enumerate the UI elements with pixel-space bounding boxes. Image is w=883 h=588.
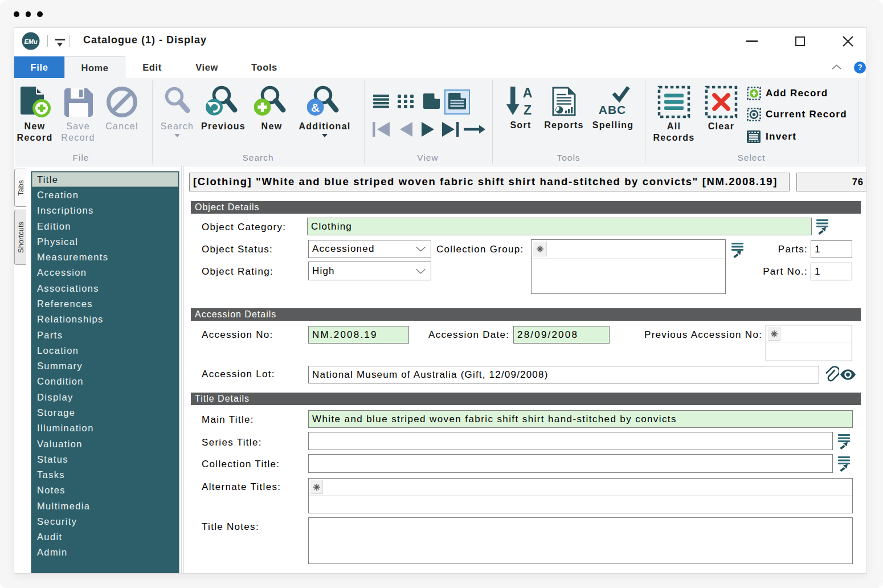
svg-text:&: & (311, 101, 320, 114)
svg-text:Z: Z (524, 103, 532, 117)
svg-text:ABC: ABC (599, 103, 627, 116)
svg-text:A: A (523, 85, 533, 100)
svg-text:EMu: EMu (24, 38, 38, 45)
